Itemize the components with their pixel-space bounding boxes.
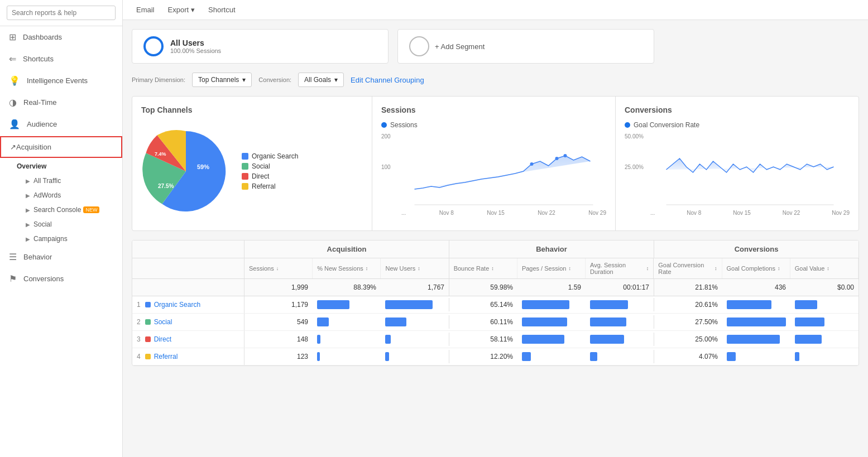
svg-text:59%: 59% <box>197 163 209 170</box>
bounce-value: 12.20% <box>449 348 517 365</box>
goal-value-bar <box>795 318 824 326</box>
goal-complete-col-header[interactable]: Goal Completions ↕ <box>722 258 790 278</box>
duration-bar-cell <box>586 298 654 311</box>
sidebar-label-realtime: Real-Time <box>23 98 56 107</box>
email-button[interactable]: Email <box>132 3 159 16</box>
pct-new-bar <box>317 352 320 361</box>
sort-icon: ↓ <box>276 266 279 271</box>
conversions-metric: Goal Conversion Rate <box>625 121 850 129</box>
sidebar: ⊞ Dashboards ⇐ Shortcuts 💡 Intelligence … <box>0 0 123 457</box>
goal-value-bar <box>795 300 817 309</box>
intelligence-icon: 💡 <box>9 75 20 86</box>
channel-link[interactable]: Referral <box>154 353 178 360</box>
search-input[interactable] <box>7 6 116 20</box>
sidebar-item-realtime[interactable]: ◑ Real-Time <box>0 92 122 113</box>
goal-conv-col-label: Goal Conversion Rate <box>658 262 712 275</box>
pie-legend: Organic Search Social Direct Referr <box>242 152 298 190</box>
arrow-icon: ▶ <box>26 236 30 242</box>
totals-row: 1,999 88.39% 1,767 59.98% 1.59 00:01:17 … <box>132 279 859 296</box>
x-label-nov8: Nov 8 <box>439 210 454 216</box>
behavior-section-header: Behavior <box>449 240 654 258</box>
export-button[interactable]: Export ▾ <box>168 6 195 14</box>
social-color-dot <box>242 163 248 170</box>
total-sessions: 1,999 <box>244 279 313 296</box>
sort-icon4: ↕ <box>491 266 494 271</box>
new-users-col-header[interactable]: New Users ↕ <box>381 258 449 278</box>
sessions-line-chart <box>401 133 606 206</box>
add-segment-button[interactable]: + Add Segment <box>397 29 654 64</box>
audience-icon: 👤 <box>9 119 20 129</box>
new-users-bar <box>385 352 389 361</box>
add-segment-label: + Add Segment <box>435 42 485 51</box>
pct-new-bar <box>317 318 329 326</box>
new-users-bar <box>385 300 433 309</box>
sidebar-item-shortcuts[interactable]: ⇐ Shortcuts <box>0 48 122 70</box>
bounce-col-header[interactable]: Bounce Rate ↕ <box>449 258 517 278</box>
sidebar-label-acquisition: Acquisition <box>16 143 51 151</box>
svg-point-5 <box>564 154 567 157</box>
goal-value-col-header[interactable]: Goal Value ↕ <box>790 258 859 278</box>
all-goals-label: All Goals <box>304 76 331 84</box>
new-users-bar-cell <box>381 315 449 329</box>
subnav-social[interactable]: ▶ Social <box>17 217 122 232</box>
sort-icon2: ↕ <box>366 266 368 271</box>
conversions-dot-icon <box>625 122 630 128</box>
goal-conv-value: 25.00% <box>654 331 722 348</box>
all-users-segment[interactable]: All Users 100.00% Sessions <box>132 29 389 64</box>
arrow-icon: ▶ <box>26 207 30 213</box>
sessions-metric: Sessions <box>381 121 606 129</box>
subnav-searchconsole[interactable]: ▶ Search Console NEW <box>17 203 122 217</box>
conversions-metric-label: Goal Conversion Rate <box>634 121 699 129</box>
duration-bar <box>590 300 628 309</box>
legend-social-label: Social <box>252 162 270 170</box>
new-users-bar-cell <box>381 350 449 363</box>
sidebar-item-audience[interactable]: 👤 Audience <box>0 113 122 135</box>
svg-text:7.4%: 7.4% <box>155 151 166 157</box>
channel-link[interactable]: Direct <box>154 335 171 343</box>
conversions-section-header: Conversions <box>654 240 859 258</box>
sort-icon8: ↕ <box>778 266 780 271</box>
goal-bar <box>727 352 736 361</box>
all-goals-dropdown[interactable]: All Goals ▾ <box>298 73 344 87</box>
channel-link[interactable]: Organic Search <box>154 301 200 309</box>
sidebar-item-dashboards[interactable]: ⊞ Dashboards <box>0 26 122 48</box>
subnav-adwords[interactable]: ▶ AdWords <box>17 188 122 203</box>
sessions-value: 123 <box>244 348 313 365</box>
legend-direct: Direct <box>242 172 298 180</box>
new-users-bar <box>385 335 391 344</box>
pct-new-col-header[interactable]: % New Sessions ↕ <box>313 258 381 278</box>
channel-link[interactable]: Social <box>154 318 172 326</box>
dropdown-arrow-icon: ▾ <box>242 76 246 84</box>
edit-channel-grouping-link[interactable]: Edit Channel Grouping <box>351 76 424 84</box>
sessions-dot-icon <box>381 122 387 128</box>
subnav-alltraffic[interactable]: ▶ All Traffic <box>17 174 122 188</box>
subnav-campaigns[interactable]: ▶ Campaigns <box>17 232 122 246</box>
top-channels-dropdown[interactable]: Top Channels ▾ <box>192 73 252 87</box>
legend-organic: Organic Search <box>242 152 298 160</box>
search-box[interactable] <box>0 0 122 26</box>
legend-organic-label: Organic Search <box>252 152 298 160</box>
new-users-bar-cell <box>381 298 449 311</box>
duration-bar <box>590 335 624 344</box>
subnav-overview[interactable]: Overview <box>17 159 122 174</box>
sessions-value: 1,179 <box>244 296 313 313</box>
sidebar-item-behavior[interactable]: ☰ Behavior <box>0 246 122 268</box>
segment-subtitle: 100.00% Sessions <box>170 47 221 54</box>
sidebar-item-acquisition[interactable]: ↗ Acquisition <box>0 136 122 158</box>
row-rank: 4 <box>137 353 141 360</box>
sessions-col-header[interactable]: Sessions ↓ <box>244 258 313 278</box>
export-label: Export <box>168 6 189 14</box>
acquisition-section-header: Acquisition <box>244 240 449 258</box>
duration-col-header[interactable]: Avg. Session Duration ↕ <box>586 258 654 278</box>
bounce-bar-cell <box>517 298 586 311</box>
goal-conv-col-header[interactable]: Goal Conversion Rate ↕ <box>654 258 722 278</box>
pages-col-header[interactable]: Pages / Session ↕ <box>517 258 586 278</box>
sort-icon6: ↕ <box>646 266 649 271</box>
shortcut-button[interactable]: Shortcut <box>204 3 239 16</box>
conv-x-nov15: Nov 15 <box>733 210 751 216</box>
pct-new-bar <box>317 300 349 309</box>
sidebar-item-intelligence[interactable]: 💡 Intelligence Events <box>0 70 122 92</box>
goal-bar <box>727 300 771 309</box>
sidebar-item-conversions[interactable]: ⚑ Conversions <box>0 268 122 290</box>
bounce-value: 58.11% <box>449 331 517 348</box>
